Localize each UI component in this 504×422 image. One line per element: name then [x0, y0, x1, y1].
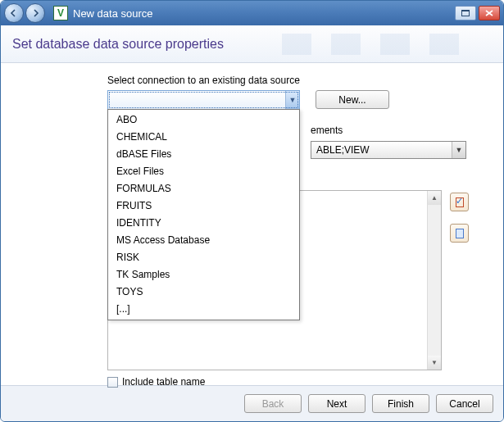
wizard-button-bar: Back Next Finish Cancel	[1, 385, 503, 421]
connection-dropdown-item[interactable]: RISK	[108, 249, 299, 266]
app-icon: V	[53, 6, 68, 20]
new-connection-button[interactable]: New...	[316, 90, 389, 109]
connection-dropdown-item[interactable]: FRUITS	[108, 197, 299, 215]
connection-dropdown-item[interactable]: IDENTITY	[108, 215, 299, 232]
close-button[interactable]	[479, 6, 500, 20]
maximize-button[interactable]	[455, 6, 476, 20]
connection-combobox[interactable]: ▼	[107, 90, 300, 110]
checkbox-check-icon	[456, 197, 464, 207]
connection-dropdown-item[interactable]: TK Samples	[108, 266, 299, 284]
chevron-down-icon: ▼	[452, 142, 465, 158]
cancel-button[interactable]: Cancel	[436, 394, 493, 413]
check-fields-button[interactable]	[450, 193, 469, 211]
nav-forward-button[interactable]	[25, 3, 45, 23]
window-title: New data source	[73, 7, 455, 20]
connection-dropdown-item[interactable]: FORMULAS	[108, 180, 299, 197]
next-button[interactable]: Next	[308, 394, 366, 413]
connection-combobox-text	[108, 91, 285, 109]
save-fields-button[interactable]	[450, 224, 469, 243]
include-table-name-row: Include table name	[107, 376, 205, 388]
include-table-name-checkbox[interactable]	[107, 377, 118, 388]
nav-back-button[interactable]	[4, 3, 24, 23]
scrollbar[interactable]: ▲ ▼	[427, 191, 441, 370]
elements-combobox-text: ABLE;VIEW	[311, 142, 452, 158]
connection-dropdown-item[interactable]: Excel Files	[108, 163, 299, 180]
chevron-down-icon: ▼	[285, 91, 299, 109]
save-icon	[456, 229, 464, 238]
connection-dropdown-list[interactable]: ABOCHEMICALdBASE FilesExcel FilesFORMULA…	[107, 109, 300, 320]
connection-dropdown-item[interactable]: [...]	[108, 301, 299, 318]
page-header: Set database data source properties	[1, 25, 503, 63]
scroll-up-button[interactable]: ▲	[428, 191, 441, 205]
window-controls	[455, 6, 500, 20]
select-connection-label: Select connection to an existing data so…	[107, 75, 300, 86]
elements-label-partial: ements	[311, 125, 343, 136]
connection-dropdown-item[interactable]: dBASE Files	[108, 146, 299, 163]
content-area: Select connection to an existing data so…	[1, 63, 503, 385]
connection-dropdown-item[interactable]: MS Access Database	[108, 232, 299, 249]
include-table-name-label: Include table name	[122, 376, 205, 388]
page-title: Set database data source properties	[12, 37, 224, 52]
connection-dropdown-item[interactable]: CHEMICAL	[108, 129, 299, 146]
scroll-down-button[interactable]: ▼	[428, 356, 441, 370]
titlebar: V New data source	[1, 1, 503, 25]
back-button[interactable]: Back	[244, 394, 302, 413]
connection-dropdown-item[interactable]: TOYS	[108, 284, 299, 301]
connection-dropdown-item[interactable]: ABO	[108, 111, 299, 129]
finish-button[interactable]: Finish	[372, 394, 429, 413]
elements-combobox[interactable]: ABLE;VIEW ▼	[311, 141, 466, 159]
dialog-window: V New data source Set database data sour…	[0, 0, 504, 422]
